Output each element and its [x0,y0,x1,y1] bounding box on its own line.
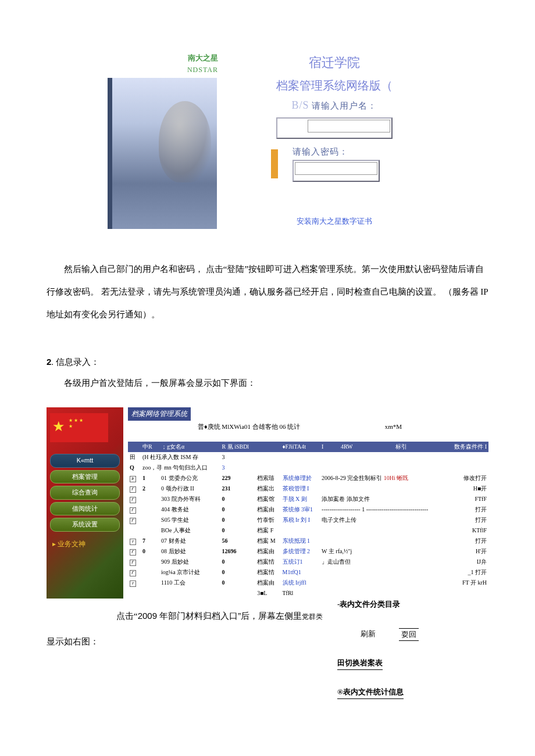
table-header: 中R ；g女名α R 凰 iSBDl ♦FJiiTA4t I 4RW 标引 数务… [128,442,488,452]
login-left: 南大之星 NDSTAR [108,52,224,229]
table-row: Γ303 院办外寄科0档案馆手脱 X 则添加案卷 添加文件FTfF [128,494,488,504]
table-row: Γiog¼a 京市计处0档案情M1tfQ1_1 打开 [128,567,488,578]
right-panel: -表内文件分类目录 刷新 耍回 田切换岩案表 ®表内文件统计信息 [337,599,488,699]
system-title: 档案管理系统网络版（ [241,76,427,95]
dashboard-table: 中R ；g女名α R 凰 iSBDl ♦FJiiTA4t I 4RW 标引 数务… [128,442,488,599]
table-row-a: 田 (H 杜珏承入数 ISM 存 3 [128,452,488,463]
checkbox[interactable]: r [130,581,136,587]
checkbox[interactable]: Γ [130,560,136,566]
org-title: 宿迁学院 [241,52,427,73]
login-right: 宿迁学院 档案管理系统网络版（ B/S 请输入用户名： 请输入密码： 安装南大之… [241,52,427,228]
login-box: B/S 请输入用户名： 请输入密码： [270,95,398,192]
flag-icon [50,413,108,442]
login-decorative-image [108,78,217,229]
sidebar-item-0[interactable]: K«mtt [50,454,120,468]
sidebar-item-2[interactable]: 综合查询 [50,486,120,500]
checkbox[interactable]: Γ [130,549,136,556]
paragraph-1: 然后输入自己部门的用户名和密码， 点击“登陆”按钮即可进入档案管理系统。第一次使… [47,258,488,326]
checkbox[interactable]: Γ [130,507,136,514]
username-input[interactable] [308,120,390,132]
checkbox[interactable]: r [130,539,136,545]
checkbox[interactable]: Γ [130,486,136,493]
install-cert-link[interactable]: 安装南大之星数字证书 [241,216,427,228]
brand-cn: 南大之星 [108,52,218,65]
dashboard-screenshot: K«mtt 档案管理 综合查询 借阅统计 系统设置 ▸ 业务文神 档案网络管理系… [47,407,488,599]
password-label: 请输入密码： [293,145,398,159]
username-label: 请输入用户名： [312,101,377,110]
right-actions: 刷新 耍回 [361,628,488,642]
table-row: lr101 党委办公充229档索琏系统修理於2006-8-29 完全拄制标引 1… [128,473,488,483]
right-h2: 田切换岩案表 [337,657,383,670]
brand-en: NDSTAR [108,65,218,76]
dashboard-title: 档案网络管理系统 [128,407,191,421]
dashboard-sidebar: K«mtt 档案管理 综合查询 借阅统计 系统设置 ▸ 业务文神 [47,407,123,599]
sidebar-item-3[interactable]: 借阅统计 [50,502,120,516]
dashboard-breadcrumb: 普♦庚统 MlXWia01 合雄客他 06 统计 xm*M [128,421,488,442]
sidebar-caption: ▸ 业务文神 [52,539,120,550]
table-row: Γ909 后妙处0档案情五统订1」走山杳但IJ弁 [128,557,488,567]
section-2-title: 2. 信息录入： [47,355,488,369]
table-row: Γ404 教务处0档案由茶统修 3审1-------------------- … [128,504,488,515]
accent-bar [270,149,279,179]
right-h1: -表内文件分类目录 [337,600,400,608]
bs-label: B/S [292,99,309,111]
table-row: Γ008 后妙处12696档案由多统管理 2W 主 rfa,½"jH'开 [128,546,488,557]
table-row: ΓS05 学生处0竹泰忻系税 Ir 刘 I电子文件上传打开 [128,515,488,525]
bs-username-row: B/S 请输入用户名： [270,97,398,114]
checkbox[interactable]: Γ [130,497,136,503]
right-h3: ®表内文件统计信息 [337,686,404,699]
checkbox[interactable]: Γ [130,518,136,524]
table-tail: 3■L TfRl [128,588,488,599]
refresh-link[interactable]: 刷新 [361,628,376,642]
table-row: BOe 人事处0档案 FKTflF [128,525,488,536]
table-row: Γ20 颂办行政 II231档案出茶税管理 IH■开 [128,483,488,494]
login-section: 南大之星 NDSTAR 宿迁学院 档案管理系统网络版（ B/S 请输入用户名： … [47,52,488,229]
dashboard-main: 档案网络管理系统 普♦庚统 MlXWia01 合雄客他 06 统计 xm*M 中… [123,407,488,599]
password-input[interactable] [295,162,377,175]
table-row-b: Q zoo，寻 mn 句旬归出入口 3 [128,463,488,473]
table-row: r707 财务处56档案 M东统抵现 1打开 [128,536,488,546]
section-2-desc: 各级用户首次登陆后，一般屏幕会显示如下界面： [64,376,488,390]
table-row: r1110 工会0档案由浜统 IrjfflFT 开 krH [128,578,488,588]
checkbox[interactable]: Γ [130,570,136,576]
sidebar-item-4[interactable]: 系统设置 [50,518,120,532]
sidebar-item-1[interactable]: 档案管理 [50,470,120,484]
checkbox[interactable]: lr [130,476,136,482]
back-link[interactable]: 耍回 [399,628,419,642]
